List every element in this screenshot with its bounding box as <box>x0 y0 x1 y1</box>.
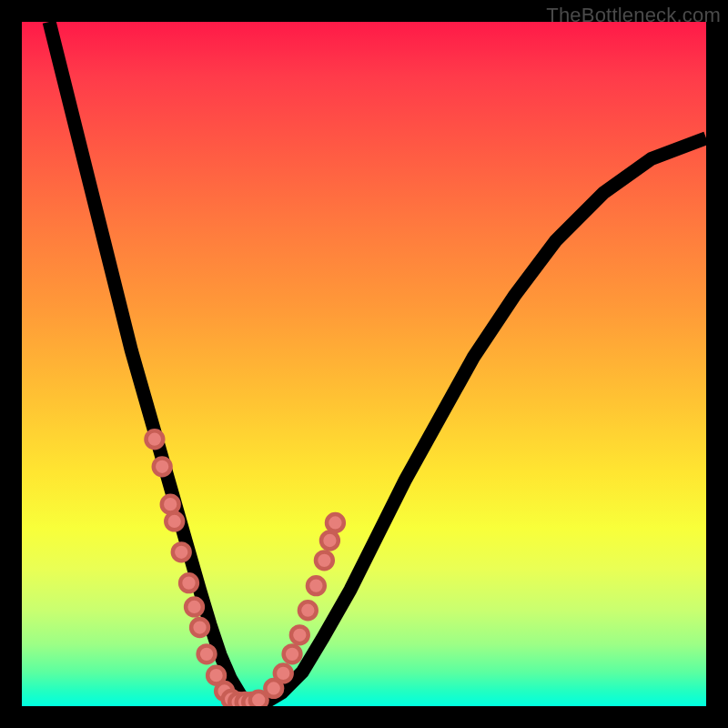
marker-dot <box>180 574 197 592</box>
marker-dot <box>173 543 190 561</box>
marker-dot <box>308 577 325 594</box>
marker-dot <box>299 602 317 619</box>
marker-dot <box>146 430 163 448</box>
marker-dot <box>186 599 203 616</box>
plot-area <box>22 22 706 706</box>
curve-layer <box>22 22 706 706</box>
marker-dot <box>316 551 333 569</box>
marker-dot <box>327 514 344 531</box>
bottleneck-curve <box>49 22 706 703</box>
marker-dot <box>154 458 171 475</box>
marker-dot <box>166 513 183 531</box>
marker-dot <box>321 532 339 550</box>
marker-dot <box>275 665 292 682</box>
marker-dot <box>284 645 301 662</box>
marker-dot <box>191 619 208 636</box>
marker-dot <box>198 645 216 662</box>
marker-dot <box>162 496 179 513</box>
watermark-text: TheBottleneck.com <box>546 4 721 27</box>
chart-frame: TheBottleneck.com <box>0 0 728 728</box>
marker-dot <box>291 626 308 643</box>
